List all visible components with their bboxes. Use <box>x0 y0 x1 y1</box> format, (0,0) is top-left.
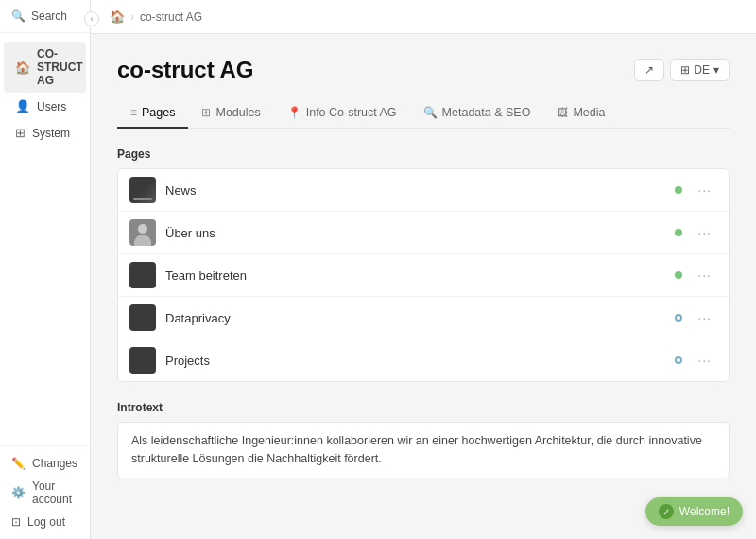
logout-icon: ⊡ <box>11 515 21 529</box>
page-name: Dataprivacy <box>165 311 665 325</box>
page-row[interactable]: Projects ··· <box>118 339 729 381</box>
media-tab-icon: 🖼 <box>557 106 568 119</box>
tab-pages[interactable]: ≡ Pages <box>117 98 188 129</box>
language-label: DE <box>694 63 710 77</box>
language-selector[interactable]: ⊞ DE ▾ <box>670 59 730 81</box>
title-actions: ↗ ⊞ DE ▾ <box>634 59 730 81</box>
breadcrumb-separator: › <box>130 10 134 24</box>
page-row[interactable]: Dataprivacy ··· <box>118 297 729 339</box>
page-thumbnail <box>129 347 156 374</box>
tab-metadata[interactable]: 🔍 Metadata & SEO <box>410 98 544 129</box>
sidebar-item-system[interactable]: ⊞ System <box>4 120 86 146</box>
changes-button[interactable]: ✏️ Changes <box>0 452 90 475</box>
account-icon: ⚙️ <box>11 486 26 499</box>
tab-info-label: Info Co-struct AG <box>306 106 397 119</box>
sidebar-item-label: CO-STRUCT AG <box>37 47 83 87</box>
log-out-button[interactable]: ⊡ Log out <box>0 511 90 533</box>
introtext-content: Als leidenschaftliche Ingenieur:innen ko… <box>117 422 730 478</box>
status-badge <box>675 229 682 236</box>
more-options-button[interactable]: ··· <box>692 181 717 200</box>
more-options-button[interactable]: ··· <box>692 266 717 285</box>
search-icon: 🔍 <box>11 9 26 23</box>
account-label: Your account <box>32 479 78 506</box>
tab-media-label: Media <box>573 106 605 119</box>
sidebar-nav: 🏠 CO-STRUCT AG 👤 Users ⊞ System <box>0 33 90 445</box>
sidebar-item-co-struct-ag[interactable]: 🏠 CO-STRUCT AG <box>4 42 86 93</box>
page-title: co-struct AG <box>117 57 253 83</box>
status-badge <box>675 186 682 194</box>
logout-label: Log out <box>27 515 65 529</box>
tab-info[interactable]: 📍 Info Co-struct AG <box>274 98 410 129</box>
your-account-button[interactable]: ⚙️ Your account <box>0 475 90 511</box>
pages-tab-icon: ≡ <box>130 106 137 119</box>
introtext-section: Introtext Als leidenschaftliche Ingenieu… <box>117 401 730 478</box>
tab-pages-label: Pages <box>142 106 175 119</box>
system-icon: ⊞ <box>15 126 26 140</box>
status-badge <box>675 271 682 279</box>
sidebar-item-label: Users <box>37 100 66 113</box>
page-name: Über uns <box>165 226 665 240</box>
page-thumbnail <box>129 304 156 331</box>
status-badge <box>675 314 682 322</box>
page-thumbnail <box>129 177 156 203</box>
home-icon: 🏠 <box>15 61 30 75</box>
page-thumbnail <box>129 219 156 246</box>
external-link-button[interactable]: ↗ <box>634 59 664 81</box>
metadata-tab-icon: 🔍 <box>423 106 438 119</box>
page-thumbnail <box>129 262 156 288</box>
content-area: co-struct AG ↗ ⊞ DE ▾ ≡ Pages <box>91 34 756 539</box>
search-button[interactable]: 🔍 Search <box>0 0 90 33</box>
pages-section-label: Pages <box>117 148 730 161</box>
welcome-check-icon: ✓ <box>659 504 674 519</box>
pages-list: News ··· Über uns ··· Team beitr <box>117 168 730 382</box>
changes-label: Changes <box>32 457 77 470</box>
external-link-icon: ↗ <box>644 63 654 77</box>
sidebar-collapse-button[interactable]: ‹ <box>84 11 99 26</box>
page-title-row: co-struct AG ↗ ⊞ DE ▾ <box>117 57 730 83</box>
more-options-button[interactable]: ··· <box>692 308 717 327</box>
sidebar-item-users[interactable]: 👤 Users <box>4 94 86 119</box>
breadcrumb-text: co-struct AG <box>140 10 202 24</box>
page-name: Team beitreten <box>165 269 665 283</box>
status-badge <box>675 356 682 364</box>
tab-metadata-label: Metadata & SEO <box>442 106 531 119</box>
sidebar: 🔍 Search 🏠 CO-STRUCT AG 👤 Users ⊞ System… <box>0 0 91 539</box>
page-row[interactable]: Über uns ··· <box>118 212 729 254</box>
changes-icon: ✏️ <box>11 457 26 470</box>
topbar: 🏠 › co-struct AG <box>91 0 756 34</box>
main-content: 🏠 › co-struct AG co-struct AG ↗ ⊞ DE ▾ <box>91 0 756 539</box>
modules-tab-icon: ⊞ <box>201 106 211 119</box>
translate-icon: ⊞ <box>680 63 690 77</box>
tab-modules[interactable]: ⊞ Modules <box>188 98 273 129</box>
welcome-toast: ✓ Welcome! <box>645 497 743 526</box>
more-options-button[interactable]: ··· <box>692 351 717 370</box>
tab-media[interactable]: 🖼 Media <box>543 98 618 129</box>
tab-modules-label: Modules <box>215 106 260 119</box>
more-options-button[interactable]: ··· <box>692 223 717 242</box>
chevron-down-icon: ▾ <box>713 63 719 77</box>
tab-bar: ≡ Pages ⊞ Modules 📍 Info Co-struct AG 🔍 … <box>117 98 730 129</box>
users-icon: 👤 <box>15 99 30 113</box>
search-label: Search <box>31 9 67 23</box>
welcome-label: Welcome! <box>679 505 730 518</box>
sidebar-bottom: ✏️ Changes ⚙️ Your account ⊡ Log out <box>0 445 90 539</box>
page-name: Projects <box>165 354 665 368</box>
breadcrumb-home-icon: 🏠 <box>110 9 125 24</box>
sidebar-item-label: System <box>32 127 70 140</box>
introtext-section-label: Introtext <box>117 401 730 414</box>
info-tab-icon: 📍 <box>287 106 301 119</box>
page-row[interactable]: Team beitreten ··· <box>118 254 729 297</box>
page-row[interactable]: News ··· <box>118 169 729 212</box>
pages-section: Pages News ··· Über uns ··· <box>117 148 730 382</box>
page-name: News <box>165 183 665 198</box>
